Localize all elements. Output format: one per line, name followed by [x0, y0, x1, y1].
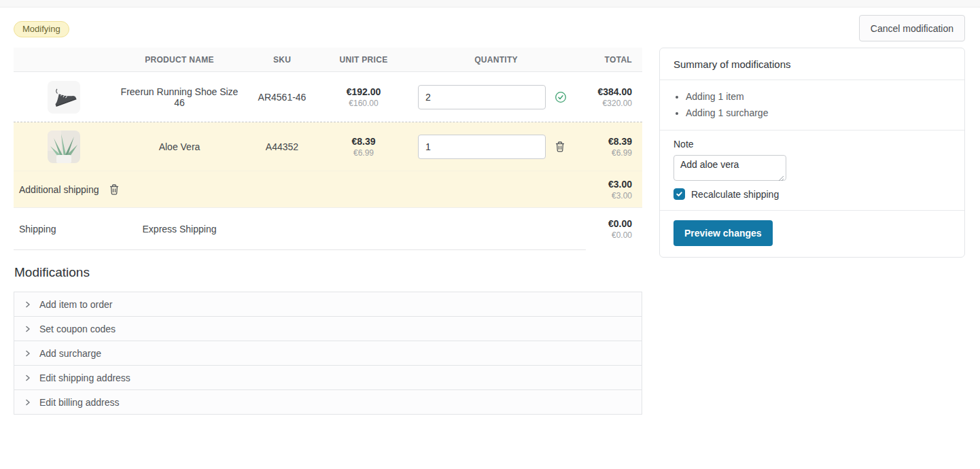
page-header: Modifying Cancel modification	[14, 7, 965, 48]
accordion-label: Add surcharge	[39, 348, 101, 359]
unit-price-gross: €192.00	[319, 86, 408, 97]
summary-title: Summary of modifications	[660, 48, 964, 80]
quantity-input[interactable]	[418, 135, 546, 159]
product-sku: AR4561-46	[245, 92, 319, 103]
accordion-set-coupon-codes[interactable]: Set coupon codes	[14, 316, 642, 341]
header-total: TOTAL	[584, 55, 642, 65]
cancel-modification-button[interactable]: Cancel modification	[859, 15, 965, 41]
delete-item-button[interactable]	[555, 141, 565, 152]
total-cell: €0.00 €0.00	[584, 218, 642, 240]
order-items-section: PRODUCT NAME SKU UNIT PRICE QUANTITY TOT…	[14, 48, 642, 415]
product-thumbnail-shoe	[48, 81, 80, 114]
surcharge-total-gross: €3.00	[608, 179, 632, 190]
shipping-method: Express Shipping	[114, 224, 245, 234]
surcharge-total-net: €3.00	[608, 191, 632, 201]
total-cell: €384.00 €320.00	[584, 86, 642, 108]
chevron-right-icon	[24, 374, 32, 382]
summary-bullet: Adding 1 item	[686, 88, 951, 105]
shipping-row: Shipping Express Shipping €0.00 €0.00	[14, 208, 642, 250]
quantity-cell	[408, 135, 584, 159]
trash-icon	[109, 184, 120, 195]
surcharge-label: Additional shipping	[14, 184, 99, 195]
total-cell: €3.00 €3.00	[608, 179, 642, 201]
recalculate-shipping-label: Recalculate shipping	[691, 189, 779, 200]
table-header: PRODUCT NAME SKU UNIT PRICE QUANTITY TOT…	[14, 48, 642, 72]
checkbox-check-icon	[676, 190, 683, 198]
modifications-heading: Modifications	[14, 265, 642, 280]
note-section: Note Add aloe vera Recalculate shipping	[660, 131, 964, 211]
resize-handle-icon[interactable]	[778, 173, 784, 179]
shipping-total-gross: €0.00	[584, 218, 632, 229]
summary-bullet: Adding 1 surcharge	[686, 105, 951, 121]
trash-icon	[555, 141, 565, 152]
unit-price-cell: €192.00 €160.00	[319, 86, 408, 108]
shipping-total-net: €0.00	[584, 230, 632, 240]
product-name: Freerun Running Shoe Size 46	[114, 86, 245, 108]
product-name: Aloe Vera	[114, 141, 245, 152]
chevron-right-icon	[24, 398, 32, 406]
status-badge: Modifying	[14, 21, 69, 37]
accordion-edit-billing-address[interactable]: Edit billing address	[14, 389, 642, 415]
total-cell: €8.39 €6.99	[584, 136, 642, 158]
header-unit-price: UNIT PRICE	[319, 55, 408, 65]
table-row: Freerun Running Shoe Size 46 AR4561-46 €…	[14, 72, 642, 122]
accordion-edit-shipping-address[interactable]: Edit shipping address	[14, 365, 642, 390]
recalculate-shipping-row[interactable]: Recalculate shipping	[673, 188, 951, 200]
shipping-label: Shipping	[14, 224, 114, 234]
surcharge-row: Additional shipping €3.00 €3.00	[14, 171, 642, 208]
panel-action-section: Preview changes	[660, 211, 964, 257]
summary-bullet-list: Adding 1 item Adding 1 surcharge	[660, 80, 964, 131]
unit-price-gross: €8.39	[319, 136, 408, 147]
chevron-right-icon	[24, 300, 32, 309]
accordion-add-surcharge[interactable]: Add surcharge	[14, 341, 642, 366]
accordion-label: Edit billing address	[39, 397, 120, 408]
recalculate-checkbox[interactable]	[673, 188, 685, 200]
summary-panel: Summary of modifications Adding 1 item A…	[659, 48, 965, 258]
unit-price-net: €6.99	[319, 148, 408, 158]
chevron-right-icon	[24, 349, 32, 358]
accordion-label: Set coupon codes	[39, 324, 116, 334]
sneaker-image	[49, 82, 79, 112]
note-input[interactable]: Add aloe vera	[673, 155, 786, 181]
aloe-image	[48, 131, 80, 163]
table-row-highlighted: Aloe Vera A44352 €8.39 €6.99	[14, 122, 642, 171]
accordion-add-item-to-order[interactable]: Add item to order	[14, 292, 642, 317]
header-quantity: QUANTITY	[408, 55, 584, 65]
note-label: Note	[673, 139, 951, 150]
product-sku: A44352	[245, 141, 319, 152]
total-gross: €384.00	[584, 86, 632, 97]
chevron-right-icon	[24, 325, 32, 333]
total-gross: €8.39	[584, 136, 632, 147]
order-modification-page: Modifying Cancel modification PRODUCT NA…	[0, 7, 980, 415]
quantity-input[interactable]	[418, 85, 546, 109]
header-product-name: PRODUCT NAME	[114, 55, 245, 65]
accordion-label: Add item to order	[39, 299, 112, 310]
unit-price-net: €160.00	[319, 99, 408, 108]
accordion-label: Edit shipping address	[39, 372, 130, 383]
delete-surcharge-button[interactable]	[109, 184, 120, 195]
total-net: €6.99	[584, 148, 632, 158]
quantity-cell	[408, 85, 584, 109]
check-circle-icon	[555, 91, 567, 103]
top-bar	[0, 0, 980, 7]
main-area: PRODUCT NAME SKU UNIT PRICE QUANTITY TOT…	[14, 48, 965, 415]
total-net: €320.00	[584, 99, 632, 108]
modifications-accordion: Add item to order Set coupon codes Add s…	[14, 292, 642, 415]
preview-changes-button[interactable]: Preview changes	[673, 220, 773, 246]
product-thumbnail-aloe	[48, 131, 80, 163]
header-sku: SKU	[245, 55, 319, 65]
unit-price-cell: €8.39 €6.99	[319, 136, 408, 158]
